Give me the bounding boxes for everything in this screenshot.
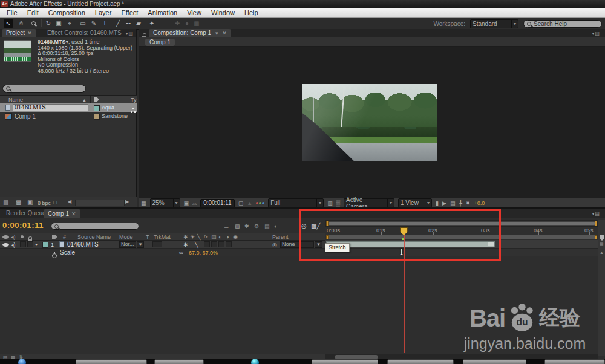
taskbar-item[interactable]: [76, 359, 147, 364]
layer-expander-icon[interactable]: ▾: [35, 242, 38, 247]
taskbar-item[interactable]: [154, 359, 204, 364]
current-time-indicator[interactable]: [400, 227, 408, 236]
layer-motion-blur-box[interactable]: [218, 241, 224, 247]
timeline-button-icon[interactable]: ▤: [450, 200, 456, 207]
project-search-input[interactable]: [2, 85, 86, 93]
navigator-bar[interactable]: [328, 222, 595, 225]
taskbar-item[interactable]: [463, 359, 526, 364]
menu-view[interactable]: View: [182, 8, 206, 18]
type-tool-icon[interactable]: T: [100, 19, 110, 28]
brush-tool-icon[interactable]: ╱: [113, 19, 123, 28]
parent-caret[interactable]: ▾: [315, 241, 322, 248]
flowchart-icon[interactable]: ╄: [459, 200, 462, 207]
panel-menu-icon[interactable]: ▾▤: [125, 31, 134, 36]
scroll-left-icon[interactable]: ◀: [68, 199, 71, 204]
preview-timecode[interactable]: 0:00:01:11: [200, 199, 235, 207]
lock-track-icon[interactable]: ▩: [600, 242, 604, 247]
constrain-proportions-icon[interactable]: ∞: [179, 249, 183, 256]
mini-flowchart-icon[interactable]: ☰: [224, 223, 229, 229]
layer-fx-box[interactable]: [204, 241, 210, 247]
chevron-down-icon[interactable]: ▾: [215, 30, 218, 36]
trkmat-box[interactable]: [152, 241, 162, 247]
taskbar-item[interactable]: [312, 359, 378, 364]
layer-audio-icon[interactable]: ◂): [11, 242, 16, 248]
puppet-pin-tool-icon[interactable]: ✦: [147, 19, 157, 28]
current-timecode[interactable]: 0:00:01:11: [2, 221, 44, 230]
pixel-aspect-icon[interactable]: ▮: [436, 200, 439, 207]
menu-layer[interactable]: Layer: [90, 8, 117, 18]
layer-source-name[interactable]: 01460.MTS: [67, 241, 99, 248]
stopwatch-icon[interactable]: [52, 253, 57, 258]
frame-blending-icon[interactable]: ⚙︎: [254, 223, 259, 229]
column-t[interactable]: T: [146, 234, 149, 240]
motion-blur-icon[interactable]: ▤: [264, 223, 270, 229]
column-mode[interactable]: Mode: [119, 234, 133, 240]
workspace-dropdown[interactable]: Standard ▾: [470, 19, 518, 28]
table-row-footage[interactable]: 01460.MTS Aqua: [0, 103, 137, 112]
scale-value[interactable]: 67.0, 67.0%: [189, 250, 218, 256]
breadcrumb[interactable]: Comp 1: [145, 39, 175, 46]
property-row-scale[interactable]: Scale ∞ 67.0, 67.0%: [0, 249, 325, 256]
shy-switch-icon[interactable]: ✱: [183, 234, 188, 240]
blend-mode-caret[interactable]: ▾: [137, 241, 144, 248]
draft-3d-icon[interactable]: ▩: [235, 223, 240, 229]
label-column-icon[interactable]: [52, 235, 57, 239]
collapse-switch-icon[interactable]: ☀: [190, 234, 195, 240]
new-composition-icon[interactable]: ▣: [27, 199, 33, 206]
footer-scrollbar[interactable]: [75, 200, 125, 206]
comp-row-name[interactable]: Comp 1: [15, 113, 36, 120]
interpret-footage-icon[interactable]: ▤: [3, 199, 8, 206]
bit-depth[interactable]: 8 bpc: [38, 200, 51, 206]
scroll-up-icon[interactable]: ▲: [600, 250, 604, 255]
close-icon[interactable]: ✕: [27, 30, 32, 36]
column-number[interactable]: #: [63, 234, 66, 240]
video-column-icon[interactable]: [2, 235, 9, 239]
menu-composition[interactable]: Composition: [44, 8, 90, 18]
resolution-dropdown[interactable]: Full▾: [268, 198, 324, 207]
lock-checkbox[interactable]: [27, 241, 33, 247]
taskbar-item[interactable]: [251, 359, 259, 364]
navigator-start-handle[interactable]: [326, 221, 329, 226]
grid-icon[interactable]: ▦: [141, 200, 146, 207]
label-color-sandstone[interactable]: [94, 114, 100, 120]
pan-behind-tool-icon[interactable]: ⌖: [65, 19, 74, 28]
graph-editor-icon[interactable]: ▩╱: [311, 223, 320, 229]
motion-blur-switch-icon[interactable]: ◐: [218, 234, 221, 240]
taskbar-item[interactable]: [544, 359, 605, 364]
tab-project[interactable]: Project✕: [2, 29, 36, 37]
roi-icon[interactable]: ▥: [327, 200, 333, 207]
live-update-icon[interactable]: ◎: [301, 223, 307, 229]
tab-render-queue[interactable]: Render Queue: [6, 210, 46, 216]
tab-composition[interactable]: Composition: Comp 1 ▾ ✕: [149, 29, 231, 37]
layer-label-color[interactable]: [42, 242, 48, 248]
property-name[interactable]: Scale: [60, 249, 75, 256]
brainstorm-icon[interactable]: ◐: [274, 223, 277, 229]
layer-duration-bar[interactable]: [326, 241, 495, 247]
selection-tool-icon[interactable]: ↖: [4, 19, 13, 28]
shape-tool-icon[interactable]: ▭: [78, 19, 88, 28]
layer-track[interactable]: [325, 240, 598, 249]
audio-column-icon[interactable]: ◂): [11, 234, 16, 240]
composition-viewer[interactable]: [139, 47, 605, 198]
menu-file[interactable]: File: [2, 8, 22, 18]
quality-switch-icon[interactable]: ╲: [197, 234, 200, 240]
camera-dropdown[interactable]: Active Camera▾: [344, 198, 394, 207]
trash-icon[interactable]: □: [53, 199, 57, 206]
frame-blend-switch-icon[interactable]: ▤: [211, 234, 217, 240]
navigator-end-handle[interactable]: [595, 221, 597, 226]
sort-arrow-icon[interactable]: ▲: [82, 98, 87, 102]
view-layout-dropdown[interactable]: 1 View▾: [398, 198, 432, 207]
footage-row-name[interactable]: 01460.MTS: [13, 104, 88, 111]
menu-effect[interactable]: Effect: [116, 8, 143, 18]
column-name[interactable]: Name: [8, 97, 23, 103]
label-color-aqua[interactable]: [94, 105, 100, 111]
hand-tool-icon[interactable]: ✋︎: [16, 19, 26, 28]
fast-preview-icon[interactable]: ▶: [442, 200, 446, 207]
menu-help[interactable]: Help: [240, 8, 263, 18]
pen-tool-icon[interactable]: ✎: [89, 19, 99, 28]
work-area-start-handle[interactable]: [326, 235, 329, 239]
zoom-tool-icon[interactable]: [28, 19, 38, 28]
taskbar-item[interactable]: [387, 359, 454, 364]
column-parent[interactable]: Parent: [272, 234, 289, 240]
solo-checkbox[interactable]: [20, 241, 26, 247]
